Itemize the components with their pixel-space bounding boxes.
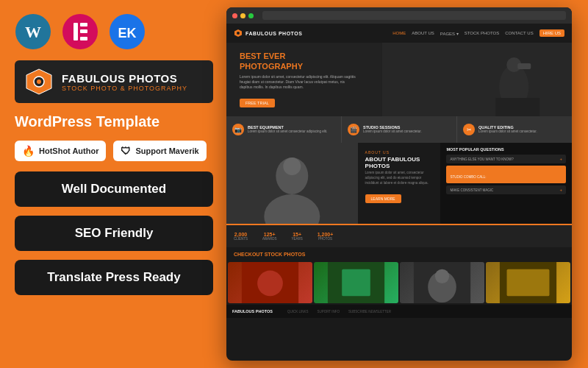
hero-content: BEST EVER PHOTOGRAPHY Lorem ipsum dolor … [240, 52, 357, 107]
svg-rect-14 [382, 43, 573, 116]
browser-fullscreen-dot [248, 13, 254, 18]
elementor-logo [62, 13, 98, 50]
brand-box: FABULOUS PHOTOS STOCK PHOTO & PHOTOGRAPH… [15, 60, 213, 103]
stat-photos-number: 1,200+ [318, 232, 334, 237]
about-label: ABOUT US [365, 150, 434, 155]
svg-text:W: W [25, 23, 41, 41]
about-description: Lorem ipsum dolor sit amet, consectetur … [365, 171, 434, 185]
fire-icon: 🔥 [22, 145, 35, 157]
hero-section: BEST EVER PHOTOGRAPHY Lorem ipsum dolor … [226, 43, 572, 116]
right-panel: FABULOUS PHOTOS HOME ABOUT US PAGES ▾ ST… [220, 0, 588, 368]
browser-bar [226, 7, 572, 24]
svg-point-29 [435, 269, 449, 283]
plugin-logos-row: W EK [15, 13, 213, 50]
brand-icon [25, 68, 53, 96]
footer-link-3[interactable]: SUBSCRIBE NEWSLETTER [348, 310, 391, 314]
about-image [226, 143, 358, 224]
left-panel: W EK FABULOUS PHOTOS STOCK PHOTO & PHOTO… [0, 0, 228, 368]
extra-logo: EK [109, 13, 146, 50]
stat-awards-number: 125+ [264, 232, 276, 237]
svg-rect-31 [507, 269, 550, 297]
about-section: ABOUT US ABOUT FABULOUS PHOTOS Lorem ips… [226, 143, 572, 224]
seo-friendly-button[interactable]: SEO Friendly [15, 216, 213, 251]
stat-clients-label: CLIENTS [234, 237, 248, 241]
nav-stock[interactable]: STOCK PHOTOS [465, 31, 499, 35]
nav-home[interactable]: HOME [392, 31, 406, 35]
photo-thumb-2[interactable] [314, 262, 398, 303]
site-brand-name: FABULOUS PHOTOS [245, 31, 302, 36]
browser-mockup: FABULOUS PHOTOS HOME ABOUT US PAGES ▾ ST… [226, 7, 572, 361]
hero-description: Lorem ipsum dolor sit amet, consectetur … [240, 74, 357, 90]
photo-grid [226, 261, 572, 305]
stat-years-number: 15+ [293, 232, 301, 237]
editing-desc: Lorem ipsum dolor sit amet consectetur. [478, 130, 537, 134]
support-label: Support Maverik [135, 146, 198, 155]
brand-subtitle: STOCK PHOTO & PHOTOGRAPHY [62, 85, 187, 92]
photo-thumb-3[interactable] [400, 262, 484, 303]
features-row: 📷 BEST EQUIPMENT Lorem ipsum dolor sit a… [226, 116, 572, 143]
support-maverik-badge: 🛡 Support Maverik [113, 141, 206, 161]
checkout-title: CHECKOUT STOCK PHOTOS [234, 252, 305, 257]
faq-item-active[interactable]: STUDIO COMBO CALL: [446, 166, 566, 183]
brand-title: FABULOUS PHOTOS [62, 72, 187, 85]
studio-icon: 🎬 [348, 124, 359, 135]
browser-url-bar [262, 11, 566, 20]
nav-about[interactable]: ABOUT US [412, 31, 434, 35]
footer-bar: FABULOUS PHOTOS QUICK LINKS SUPORT INFO … [226, 305, 572, 318]
badge-row: 🔥 HotShot Author 🛡 Support Maverik [15, 141, 213, 161]
svg-point-11 [37, 79, 41, 84]
feature-editing: ✂ QUALITY EDITING Lorem ipsum dolor sit … [457, 116, 572, 143]
stat-years: 15+ YEARS [291, 232, 302, 241]
hero-cta-button[interactable]: FREE TRIAL [240, 99, 275, 107]
equipment-icon: 📷 [232, 124, 244, 135]
browser-minimize-dot [240, 13, 245, 18]
site-logo-icon [234, 29, 243, 38]
stat-photos: 1,200+ PHOTOS [318, 232, 334, 241]
nav-contact[interactable]: CONTACT US [505, 31, 533, 35]
svg-rect-18 [495, 98, 539, 116]
stat-clients: 2,000 CLIENTS [234, 232, 248, 241]
browser-close-dot [232, 13, 237, 18]
equipment-desc: Lorem ipsum dolor sit amet consectetur a… [248, 130, 327, 134]
svg-point-13 [237, 32, 240, 35]
studio-desc: Lorem ipsum dolor sit amet consectetur. [363, 130, 422, 134]
site-navigation: FABULOUS PHOTOS HOME ABOUT US PAGES ▾ ST… [226, 24, 572, 43]
stats-row: 2,000 CLIENTS 125+ AWARDS 15+ YEARS 1,20… [226, 224, 572, 247]
faq-item-2[interactable]: MAKE CONSISTENT MAGIC + [446, 185, 566, 194]
wordpress-template-label: WordPress Template [15, 113, 213, 130]
stat-awards: 125+ AWARDS [262, 232, 276, 241]
photo-thumb-4[interactable] [486, 262, 570, 303]
stat-photos-label: PHOTOS [318, 237, 332, 241]
svg-point-22 [283, 158, 301, 175]
wordpress-logo: W [15, 13, 51, 50]
nav-pages[interactable]: PAGES ▾ [440, 31, 459, 36]
well-documented-button[interactable]: Well Documented [15, 171, 213, 207]
faq-panel: MOST POPULAR QUESTIONS ANYTHING ELSE YOU… [440, 143, 572, 224]
about-cta-button[interactable]: LEARN MORE [365, 194, 401, 203]
footer-brand-name: FABULOUS PHOTOS [232, 309, 273, 314]
faq-item[interactable]: ANYTHING ELSE YOU WANT TO KNOW? + [446, 155, 566, 163]
svg-rect-26 [342, 269, 370, 297]
hotshot-author-badge: 🔥 HotShot Author [15, 141, 106, 161]
about-title: ABOUT FABULOUS PHOTOS [365, 156, 434, 169]
nav-hire-cta[interactable]: HIRE US [539, 29, 564, 37]
stat-clients-number: 2,000 [234, 232, 248, 237]
brand-text-wrap: FABULOUS PHOTOS STOCK PHOTO & PHOTOGRAPH… [62, 72, 187, 92]
footer-link-2[interactable]: SUPORT INFO [317, 310, 340, 314]
about-content: ABOUT US ABOUT FABULOUS PHOTOS Lorem ips… [358, 143, 441, 224]
svg-text:EK: EK [118, 26, 136, 40]
footer-link-1[interactable]: QUICK LINKS [287, 310, 309, 314]
hero-background [382, 43, 573, 116]
hotshot-label: HotShot Author [39, 146, 98, 155]
photo-thumb-1[interactable] [228, 262, 312, 303]
shield-icon: 🛡 [121, 145, 131, 157]
editing-icon: ✂ [463, 124, 475, 135]
stat-years-label: YEARS [291, 237, 302, 241]
svg-rect-17 [517, 63, 531, 69]
translate-press-button[interactable]: Translate Press Ready [15, 260, 213, 295]
feature-studio: 🎬 STUDIO SESSIONS Lorem ipsum dolor sit … [342, 116, 457, 143]
svg-rect-3 [74, 23, 78, 40]
svg-point-24 [257, 271, 283, 297]
svg-rect-4 [80, 23, 87, 26]
svg-rect-5 [80, 29, 87, 33]
